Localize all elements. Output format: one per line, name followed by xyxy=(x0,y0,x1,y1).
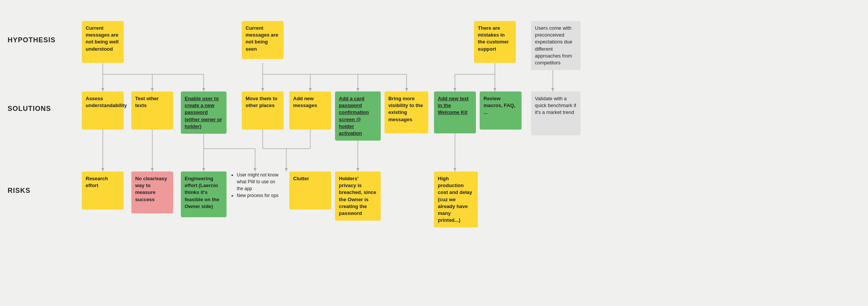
risk-card-3: Engineering effort (Laercio thinks it's … xyxy=(181,171,227,217)
solution-card-5: Add new messages xyxy=(289,91,331,130)
risk-card-7: High production cost and delay (cuz we a… xyxy=(434,171,478,227)
svg-marker-43 xyxy=(285,168,288,171)
svg-marker-36 xyxy=(453,88,456,91)
risk-card-1: Research effort xyxy=(82,171,124,210)
svg-marker-40 xyxy=(151,168,154,171)
risk-card-6: Holders' privacy is breached, since the … xyxy=(335,171,381,221)
solution-card-9: Review macros, FAQ, ... xyxy=(480,91,522,130)
solution-card-1: Assess understandability xyxy=(82,91,124,130)
hypothesis-card-4: Users come with preconceived expectation… xyxy=(531,21,581,70)
svg-marker-44 xyxy=(356,168,359,171)
solution-card-7: Bring more visibility to the existing me… xyxy=(385,91,428,133)
solution-card-6: Add a card password confirmation screen … xyxy=(335,91,381,141)
svg-marker-37 xyxy=(493,88,496,91)
label-hypothesis: HYPOTHESIS xyxy=(8,36,56,44)
hypothesis-card-2: Current messages are not being seen xyxy=(242,21,284,59)
hypothesis-card-1: Current messages are not being well unde… xyxy=(82,21,124,63)
svg-marker-39 xyxy=(101,168,104,171)
svg-marker-31 xyxy=(202,88,205,91)
svg-marker-30 xyxy=(151,88,154,91)
canvas: HYPOTHESIS SOLUTIONS RISKS Current messa… xyxy=(0,0,868,306)
svg-marker-41 xyxy=(202,168,205,171)
solution-card-3: Enable user to create a new password (ei… xyxy=(181,91,227,134)
connectors-svg xyxy=(0,0,868,306)
solution-card-10: Validate with a quick benchmark if it's … xyxy=(531,91,581,135)
svg-marker-38 xyxy=(551,88,554,91)
solution-card-2: Test other texts xyxy=(131,91,173,130)
solution-card-4: Move them to other places xyxy=(242,91,284,130)
risk-card-4: User might not know what PW to use on th… xyxy=(231,171,281,217)
svg-marker-35 xyxy=(405,88,408,91)
label-risks: RISKS xyxy=(8,187,30,195)
risk-card-5: Clutter xyxy=(289,171,331,210)
svg-marker-45 xyxy=(453,168,456,171)
svg-marker-33 xyxy=(309,88,312,91)
svg-marker-29 xyxy=(101,88,104,91)
solution-card-8: Add new text in the Welcome Kit xyxy=(434,91,476,133)
svg-marker-42 xyxy=(254,168,257,171)
svg-marker-34 xyxy=(356,88,359,91)
risk-card-2: No clear/easy way to measure success xyxy=(131,171,173,213)
label-solutions: SOLUTIONS xyxy=(8,105,51,113)
svg-marker-32 xyxy=(261,88,264,91)
hypothesis-card-3: There are mistakes in the customer suppo… xyxy=(474,21,516,63)
